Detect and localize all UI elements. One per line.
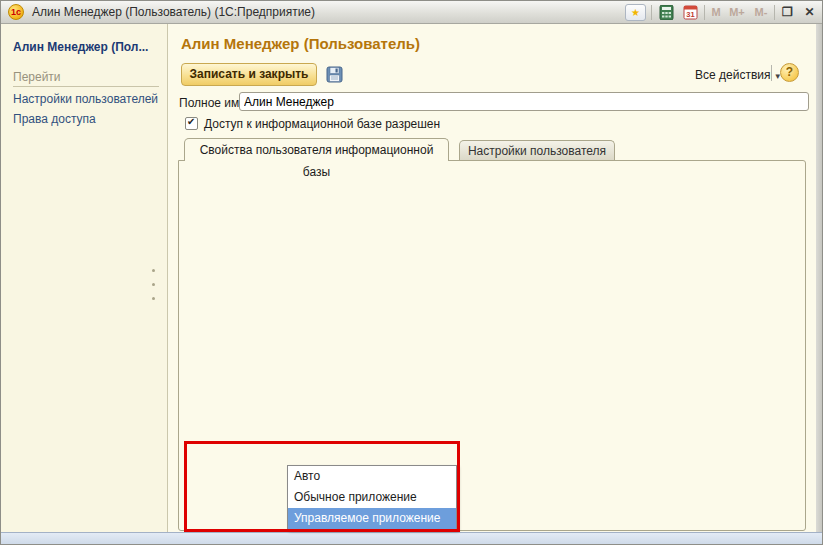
page-title: Алин Менеджер (Пользователь) xyxy=(181,35,420,52)
access-granted-label: Доступ к информационной базе разрешен xyxy=(204,117,440,131)
tab-user-properties[interactable]: Свойства пользователя информационной баз… xyxy=(184,138,449,161)
dropdown-option-managed[interactable]: Управляемое приложение xyxy=(288,508,456,529)
sidebar: Алин Менеджер (Пол... Перейти Настройки … xyxy=(1,24,168,532)
calculator-icon[interactable] xyxy=(656,4,676,21)
tab-user-settings[interactable]: Настройки пользователя xyxy=(459,140,615,161)
titlebar: 1c Алин Менеджер (Пользователь) (1С:Пред… xyxy=(1,1,822,24)
status-bar xyxy=(1,532,822,545)
close-button[interactable]: ✕ xyxy=(800,4,819,21)
window-right-frame xyxy=(816,24,823,532)
titlebar-separator xyxy=(704,5,705,20)
full-name-input[interactable] xyxy=(239,92,809,111)
toolbar-separator xyxy=(771,65,772,81)
memory-recall-button[interactable]: М xyxy=(707,4,725,21)
memory-minus-button[interactable]: М- xyxy=(750,4,772,21)
run-mode-dropdown: Авто Обычное приложение Управляемое прил… xyxy=(287,465,457,530)
access-granted-checkbox[interactable] xyxy=(185,117,198,130)
maximize-button[interactable]: ❐ xyxy=(778,4,797,21)
dropdown-option-ordinary[interactable]: Обычное приложение xyxy=(288,487,456,508)
tab-panel xyxy=(178,160,806,531)
window-title: Алин Менеджер (Пользователь) (1С:Предпри… xyxy=(32,1,315,23)
dropdown-option-auto[interactable]: Авто xyxy=(288,466,456,487)
1c-logo-icon: 1c xyxy=(8,4,24,20)
help-button[interactable]: ? xyxy=(780,63,799,82)
star-icon: ★ xyxy=(626,5,645,20)
svg-text:31: 31 xyxy=(686,10,694,19)
all-actions-button[interactable]: Все действия ▼ xyxy=(695,68,782,82)
calendar-icon[interactable]: 31 xyxy=(680,4,700,21)
favorites-icon[interactable]: ★ xyxy=(625,4,646,21)
sidebar-splitter[interactable] xyxy=(152,269,155,311)
sidebar-item-user-settings[interactable]: Настройки пользователей xyxy=(1,89,167,109)
all-actions-label: Все действия xyxy=(695,68,770,82)
memory-plus-button[interactable]: М+ xyxy=(726,4,748,21)
titlebar-separator xyxy=(774,5,775,20)
save-close-button[interactable]: Записать и закрыть xyxy=(181,63,317,86)
save-icon[interactable] xyxy=(325,65,344,84)
titlebar-separator xyxy=(651,5,652,20)
sidebar-title: Алин Менеджер (Пол... xyxy=(1,24,167,54)
sidebar-item-access-rights[interactable]: Права доступа xyxy=(1,109,167,129)
app-window: 1c Алин Менеджер (Пользователь) (1С:Пред… xyxy=(0,0,823,545)
nav-section-label: Перейти xyxy=(13,70,159,87)
